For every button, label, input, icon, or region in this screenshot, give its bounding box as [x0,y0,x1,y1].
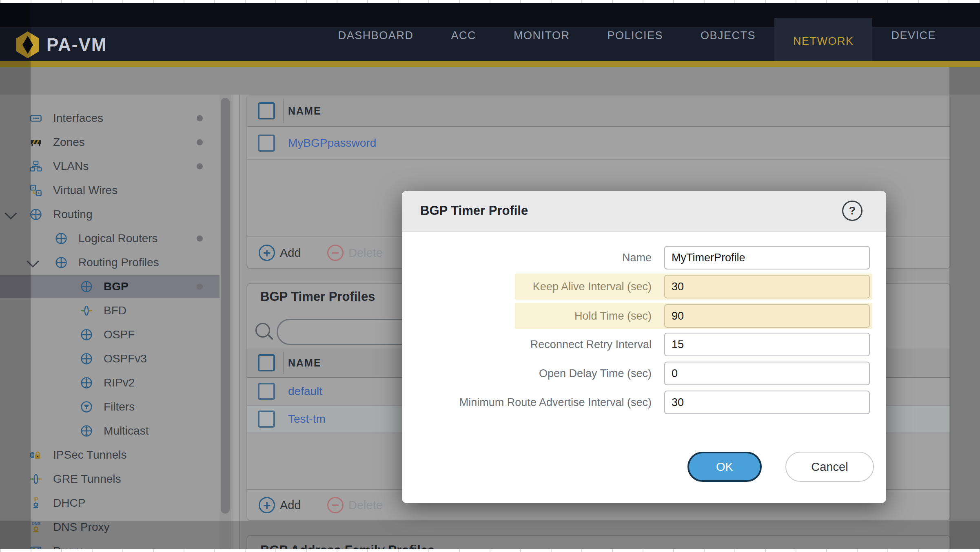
sidebar-item-ripv2[interactable]: RIPv2 [0,371,220,394]
dhcp-icon [29,497,42,510]
logical-routers-icon [55,232,68,245]
brand-name: PA-VM [47,35,107,55]
sidebar-item-ipsec-tunnels[interactable]: IPSec Tunnels [0,444,220,466]
name-field[interactable] [664,246,870,269]
routing-profiles-icon [55,256,68,269]
ripv2-icon [80,376,93,389]
status-dot [197,284,203,290]
field-label: Hold Time (sec) [418,310,652,322]
field-label: Name [418,252,652,264]
tab-device[interactable]: DEVICE [872,7,955,64]
field-row-min-route: Minimum Route Advertise Interval (sec) [402,389,886,415]
sidebar-item-logical-routers[interactable]: Logical Routers [0,227,220,250]
status-dot [197,163,203,170]
nav-tabs: DASHBOARD ACC MONITOR POLICIES OBJECTS N… [319,7,955,64]
bottom-shade-overlay [0,521,980,549]
sidebar-item-vlans[interactable]: VLANs [0,155,220,178]
reconnect-retry-interval-field[interactable] [664,333,870,356]
ipsec-tunnels-icon [29,448,42,461]
field-label: Reconnect Retry Interval [418,338,652,351]
delete-button[interactable]: − Delete [327,245,383,261]
tab-monitor[interactable]: MONITOR [495,7,589,64]
sidebar-item-bfd[interactable]: BFD [0,299,220,322]
table-row[interactable]: MyBGPpassword [247,127,950,160]
bgp-icon [80,280,93,293]
profile-link-test-tm[interactable]: Test-tm [288,413,326,426]
open-delay-time-field[interactable] [664,362,870,385]
right-shade-overlay [949,67,980,549]
sidebar-item-ospfv3[interactable]: OSPFv3 [0,347,220,370]
zones-icon [29,136,42,149]
tab-acc[interactable]: ACC [432,7,495,64]
screenshot-bottom-edge [0,549,980,552]
tab-policies[interactable]: POLICIES [588,7,682,64]
profile-link-mybgppassword[interactable]: MyBGPpassword [288,137,376,150]
field-row-reconnect: Reconnect Retry Interval [402,331,886,358]
sidebar-item-routing[interactable]: Routing [0,203,220,226]
sidebar-item-dhcp[interactable]: DHCP [0,492,220,514]
add-button[interactable]: + Add [259,245,301,261]
field-label: Minimum Route Advertise Interval (sec) [418,396,652,409]
sidebar-scrollbar-thumb[interactable] [221,98,230,514]
name-column-header: NAME [288,105,321,117]
dialog-title: BGP Timer Profile [420,203,528,218]
profile-link-default[interactable]: default [288,385,322,398]
ospfv3-icon [80,352,93,365]
filters-icon [80,400,93,413]
field-label: Open Delay Time (sec) [418,367,652,380]
routing-icon [29,208,42,221]
plus-circle-icon: + [259,245,275,261]
min-route-advertise-interval-field[interactable] [664,391,870,414]
select-all-checkbox[interactable] [258,102,275,119]
sidebar-item-filters[interactable]: Filters [0,395,220,418]
multicast-icon [80,424,93,437]
sidebar-item-routing-profiles[interactable]: Routing Profiles [0,251,220,274]
section-title: BGP Timer Profiles [260,289,375,304]
sidebar-item-ospf[interactable]: OSPF [0,323,220,346]
sidebar-item-gre-tunnels[interactable]: GRE Tunnels [0,468,220,490]
row-checkbox[interactable] [258,411,275,428]
top-navigation-bar: PA-VM DASHBOARD ACC MONITOR POLICIES OBJ… [0,3,980,61]
bfd-icon [80,304,93,317]
hold-time-field[interactable] [664,304,870,328]
virtual-wires-icon [29,184,42,197]
keep-alive-interval-field[interactable] [664,275,870,298]
plus-circle-icon: + [259,497,275,513]
delete-button[interactable]: − Delete [327,497,383,513]
ospf-icon [80,328,93,341]
add-button[interactable]: + Add [259,497,301,513]
field-label: Keep Alive Interval (sec) [418,280,652,293]
help-icon[interactable]: ? [842,201,862,221]
table-header-row: NAME [247,95,950,127]
bgp-timer-profile-dialog: BGP Timer Profile ? Name Keep Alive Inte… [402,191,886,503]
row-checkbox[interactable] [258,135,275,152]
minus-circle-icon: − [327,497,344,513]
interfaces-icon [29,112,42,125]
sidebar-item-zones[interactable]: Zones [0,131,220,154]
select-all-checkbox[interactable] [258,354,275,371]
field-row-name: Name [402,245,886,271]
ok-button[interactable]: OK [687,452,762,482]
vlans-icon [29,160,42,173]
status-dot [197,139,203,146]
status-dot [197,115,203,121]
tab-dashboard[interactable]: DASHBOARD [319,7,432,64]
name-column-header: NAME [288,357,321,369]
search-icon [255,323,270,338]
cancel-button[interactable]: Cancel [785,452,874,482]
left-shade-overlay [0,3,31,549]
field-row-hold-time: Hold Time (sec) [402,303,886,329]
sidebar-item-virtual-wires[interactable]: Virtual Wires [0,179,220,202]
sidebar-item-multicast[interactable]: Multicast [0,420,220,442]
field-row-keep-alive: Keep Alive Interval (sec) [402,274,886,300]
status-dot [197,236,203,242]
content-scroll-gutter [233,95,239,549]
row-checkbox[interactable] [258,383,275,400]
sidebar-item-interfaces[interactable]: Interfaces [0,107,220,130]
column-divider [283,352,284,374]
tab-network[interactable]: NETWORK [774,18,873,64]
tab-objects[interactable]: OBJECTS [682,7,774,64]
sidebar-content-divider [239,95,240,549]
sidebar-item-bgp[interactable]: BGP [0,275,220,298]
application-window: PA-VM DASHBOARD ACC MONITOR POLICIES OBJ… [0,0,980,552]
